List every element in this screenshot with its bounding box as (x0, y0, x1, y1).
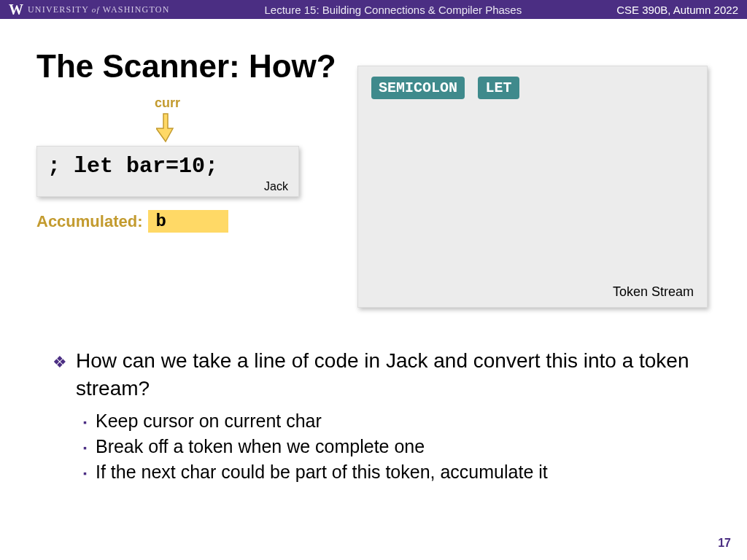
source-code-text: ; let bar=10; (47, 154, 288, 179)
token-stream-label: Token Stream (613, 284, 694, 300)
square-bullet-icon: ▪ (83, 467, 87, 485)
source-code-lang: Jack (47, 180, 288, 193)
sub-bullet: ▪ Break off a token when we complete one (83, 434, 694, 459)
page-number: 17 (718, 537, 731, 550)
sub-bullet-text: Break off a token when we complete one (96, 434, 425, 459)
sub-bullet-text: Keep cursor on current char (96, 408, 322, 434)
main-bullet: ❖ How can we take a line of code in Jack… (53, 347, 694, 402)
course-code: CSE 390B, Autumn 2022 (616, 4, 738, 16)
token-list: SEMICOLON LET (371, 77, 694, 99)
sub-bullet-list: ▪ Keep cursor on current char ▪ Break of… (83, 408, 694, 485)
accumulated-label: Accumulated: (36, 212, 142, 231)
sub-bullet: ▪ If the next char could be part of this… (83, 459, 694, 485)
square-bullet-icon: ▪ (83, 416, 87, 434)
uw-logo: W (9, 2, 23, 17)
square-bullet-icon: ▪ (83, 441, 87, 459)
sub-bullet-text: If the next char could be part of this t… (96, 459, 548, 485)
header-left: W UNIVERSITY of WASHINGTON (9, 2, 170, 17)
accumulated-value: b (148, 210, 228, 233)
main-bullet-text: How can we take a line of code in Jack a… (76, 347, 694, 402)
source-code-box: ; let bar=10; Jack (36, 146, 299, 197)
token-stream-box: SEMICOLON LET Token Stream (357, 66, 708, 308)
token: SEMICOLON (371, 77, 465, 99)
bullet-list: ❖ How can we take a line of code in Jack… (53, 347, 694, 485)
curr-label: curr (155, 96, 180, 111)
source-column: curr ; let bar=10; Jack Accumulated: b (36, 92, 328, 233)
token: LET (478, 77, 519, 99)
slide-header: W UNIVERSITY of WASHINGTON Lecture 15: B… (0, 0, 747, 19)
university-of: of (92, 5, 100, 14)
down-arrow-icon (156, 112, 175, 143)
university-pre: UNIVERSITY (28, 4, 89, 15)
slide-content: The Scanner: How? curr ; let bar=10; Jac… (0, 19, 747, 233)
lecture-title: Lecture 15: Building Connections & Compi… (265, 4, 522, 16)
university-post: WASHINGTON (103, 4, 170, 15)
university-name: UNIVERSITY of WASHINGTON (28, 4, 170, 15)
accumulated-row: Accumulated: b (36, 210, 328, 233)
diamond-bullet-icon: ❖ (53, 351, 67, 402)
sub-bullet: ▪ Keep cursor on current char (83, 408, 694, 434)
